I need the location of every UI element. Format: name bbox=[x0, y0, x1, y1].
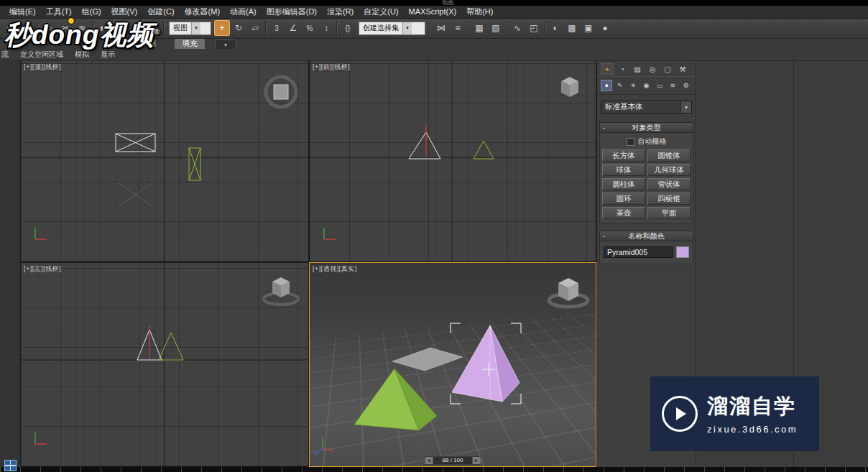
sphere-button[interactable]: 球体 bbox=[602, 164, 645, 176]
viewcube[interactable] bbox=[266, 77, 296, 107]
next-frame-button[interactable]: ► bbox=[472, 457, 480, 464]
lights-category-icon[interactable]: ☀ bbox=[627, 80, 639, 91]
ribbon-tab-populate[interactable]: 填充 bbox=[175, 39, 205, 49]
grid-thumbnail-icon[interactable] bbox=[4, 460, 17, 471]
layer-manager-icon[interactable]: ▦ bbox=[471, 20, 487, 36]
menu-edit[interactable]: 编辑(E) bbox=[4, 6, 41, 18]
chevron-down-icon: ▾ bbox=[680, 101, 691, 113]
render-setup-icon[interactable]: ▩ bbox=[564, 20, 580, 36]
spinner-snap-icon[interactable]: ↕ bbox=[318, 20, 334, 36]
name-color-rollout-header[interactable]: - 名称和颜色 bbox=[599, 231, 693, 241]
window-title: 动画 bbox=[442, 0, 453, 6]
percent-snap-icon[interactable]: % bbox=[302, 20, 318, 36]
track-bar[interactable] bbox=[0, 467, 868, 472]
select-and-move-icon[interactable]: + bbox=[214, 20, 230, 36]
green-pyramid-wireframe[interactable] bbox=[474, 141, 494, 159]
previous-frame-button[interactable]: ◄ bbox=[425, 457, 433, 464]
snap-toggle-icon[interactable]: 3 bbox=[269, 20, 285, 36]
teapot-button[interactable]: 茶壶 bbox=[602, 207, 645, 219]
ribbon-options-button[interactable]: ▾ bbox=[215, 40, 236, 50]
menu-group[interactable]: 组(G) bbox=[77, 6, 106, 18]
menu-rendering[interactable]: 渲染(R) bbox=[322, 6, 359, 18]
hierarchy-tab-icon[interactable]: ▤ bbox=[631, 63, 644, 75]
viewport-perspective[interactable]: [+][透视][真实] bbox=[309, 262, 596, 467]
autogrid-label: 自动栅格 bbox=[638, 136, 667, 147]
menu-create[interactable]: 创建(C) bbox=[142, 6, 179, 18]
curve-editor-icon[interactable]: ∿ bbox=[509, 20, 525, 36]
ribbon-toggle-icon[interactable]: ▧ bbox=[488, 20, 504, 36]
reference-coordinate-dropdown[interactable]: 视图 ▾ bbox=[169, 22, 211, 35]
geosphere-button[interactable]: 几何球体 bbox=[647, 164, 691, 176]
selected-pyramid-wireframe[interactable] bbox=[409, 124, 440, 159]
viewport-label-top[interactable]: [+][顶][线框] bbox=[24, 63, 61, 72]
create-categories: ● ✎ ☀ ◉ ▭ ≋ ⚙ bbox=[597, 76, 696, 95]
systems-category-icon[interactable]: ⚙ bbox=[680, 80, 692, 91]
motion-tab-icon[interactable]: ◎ bbox=[646, 63, 659, 75]
named-selection-sets-icon[interactable]: {} bbox=[340, 20, 356, 36]
cameras-category-icon[interactable]: ◉ bbox=[640, 80, 652, 91]
menu-customize[interactable]: 自定义(U) bbox=[359, 6, 403, 18]
menu-graph-editors[interactable]: 图形编辑器(D) bbox=[262, 6, 322, 18]
modify-tab-icon[interactable]: ◔ bbox=[616, 63, 629, 75]
create-tab-icon[interactable]: + bbox=[601, 63, 614, 75]
rendered-frame-window-icon[interactable]: ▣ bbox=[581, 20, 596, 36]
selection-set-dropdown[interactable]: 创建选择集 ▾ bbox=[359, 22, 425, 35]
primitive-category-dropdown[interactable]: 标准基本体 ▾ bbox=[601, 101, 692, 114]
green-pyramid-wireframe[interactable] bbox=[189, 148, 200, 180]
green-pyramid[interactable] bbox=[354, 369, 437, 430]
viewcube[interactable] bbox=[561, 77, 578, 97]
object-type-rollout-header[interactable]: - 对象类型 bbox=[599, 122, 693, 133]
select-and-rotate-icon[interactable]: ↻ bbox=[231, 20, 246, 36]
viewport-left[interactable]: [+][左][线框] bbox=[20, 262, 309, 467]
viewport-left-canvas[interactable] bbox=[21, 263, 309, 467]
render-production-icon[interactable]: ● bbox=[597, 20, 613, 36]
viewport-top[interactable]: [+][顶][线框] bbox=[20, 60, 309, 262]
viewport-label-perspective[interactable]: [+][透视][真实] bbox=[313, 264, 357, 274]
menu-help[interactable]: 帮助(H) bbox=[461, 6, 498, 18]
viewcube[interactable] bbox=[264, 277, 298, 305]
plane-object[interactable] bbox=[392, 348, 463, 371]
object-color-swatch[interactable] bbox=[676, 246, 689, 258]
align-icon[interactable]: ≡ bbox=[450, 20, 466, 36]
green-pyramid-wireframe[interactable] bbox=[159, 333, 183, 360]
command-panel-tabs: + ◔ ▤ ◎ ▢ ⚒ bbox=[597, 60, 696, 76]
torus-button[interactable]: 圆环 bbox=[602, 193, 645, 205]
box-button[interactable]: 长方体 bbox=[602, 149, 645, 162]
pyramid-button[interactable]: 四棱锥 bbox=[647, 193, 691, 205]
menu-views[interactable]: 视图(V) bbox=[106, 6, 143, 18]
viewcube[interactable] bbox=[549, 278, 588, 307]
collapse-icon: - bbox=[603, 124, 605, 131]
plane-button[interactable]: 平面 bbox=[647, 207, 691, 219]
gray-cross-wireframe[interactable] bbox=[118, 182, 153, 207]
cylinder-button[interactable]: 圆柱体 bbox=[602, 178, 645, 190]
cone-button[interactable]: 圆锥体 bbox=[647, 149, 691, 162]
mirror-icon[interactable]: ⋈ bbox=[433, 20, 449, 36]
axis-tripod bbox=[324, 228, 336, 239]
select-and-scale-icon[interactable]: ▱ bbox=[247, 20, 263, 36]
viewport-front[interactable]: [+][前][线框] bbox=[309, 60, 596, 262]
angle-snap-icon[interactable]: ∠ bbox=[285, 20, 301, 36]
object-name-field[interactable]: Pyramid005 bbox=[604, 246, 673, 258]
helpers-category-icon[interactable]: ▭ bbox=[654, 80, 665, 91]
menu-maxscript[interactable]: MAXScript(X) bbox=[404, 6, 462, 18]
schematic-view-icon[interactable]: ◰ bbox=[526, 20, 542, 36]
geometry-category-icon[interactable]: ● bbox=[601, 80, 612, 91]
viewport-label-left[interactable]: [+][左][线框] bbox=[24, 264, 61, 274]
autogrid-checkbox[interactable] bbox=[627, 138, 634, 146]
viewport-top-canvas[interactable] bbox=[21, 61, 309, 262]
menu-modifiers[interactable]: 修改器(M) bbox=[180, 6, 226, 18]
menu-tools[interactable]: 工具(T) bbox=[41, 6, 77, 18]
selected-pyramid-wireframe[interactable] bbox=[137, 325, 162, 360]
shapes-category-icon[interactable]: ✎ bbox=[614, 80, 625, 91]
utilities-tab-icon[interactable]: ⚒ bbox=[676, 63, 689, 75]
selected-plane-wireframe[interactable] bbox=[116, 134, 155, 152]
display-tab-icon[interactable]: ▢ bbox=[661, 63, 674, 75]
material-editor-icon[interactable]: ◐ bbox=[548, 20, 563, 36]
viewport-label-front[interactable]: [+][前][线框] bbox=[313, 63, 350, 72]
tube-button[interactable]: 管状体 bbox=[647, 178, 691, 190]
viewport-front-canvas[interactable] bbox=[310, 61, 596, 262]
space-warps-category-icon[interactable]: ≋ bbox=[667, 80, 678, 91]
viewport-perspective-canvas[interactable] bbox=[310, 263, 596, 467]
purple-pyramid-selected[interactable] bbox=[452, 325, 520, 402]
menu-animation[interactable]: 动画(A) bbox=[225, 6, 262, 18]
